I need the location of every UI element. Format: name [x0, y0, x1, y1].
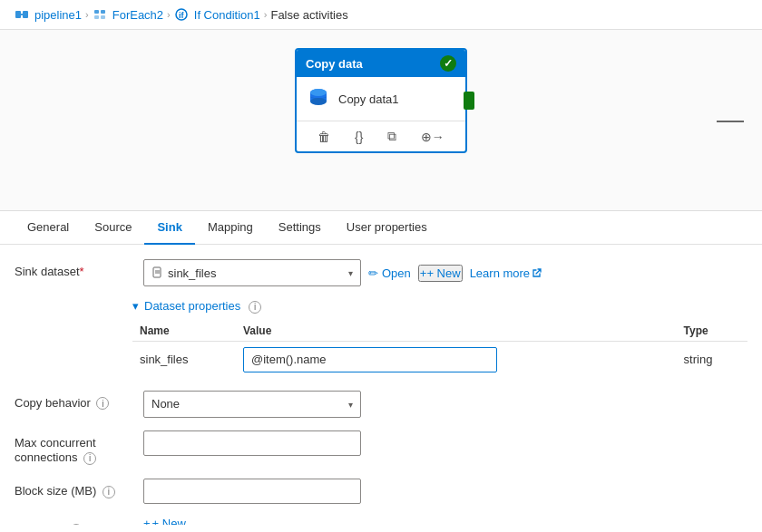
tab-mapping[interactable]: Mapping [195, 211, 266, 245]
metadata-add-button[interactable]: + + New [143, 517, 186, 525]
prop-type: string [677, 341, 747, 378]
metadata-plus-icon: + [143, 517, 151, 525]
col-value-header: Value [236, 321, 677, 342]
copy-card-actions: 🗑 {} ⧉ ⊕→ [297, 121, 465, 151]
copy-data-card[interactable]: Copy data ✓ Copy data1 🗑 {} ⧉ ⊕→ [295, 48, 467, 153]
block-size-input[interactable] [143, 479, 361, 504]
metadata-info-icon[interactable]: i [70, 524, 83, 525]
metadata-label: Metadata i [15, 517, 132, 525]
sink-content: Sink dataset* sink_files ▾ ✏ Open + + Ne… [0, 245, 762, 525]
svg-rect-0 [15, 11, 21, 18]
copy-behavior-row: Copy behavior i None PreserveHierarchy F… [15, 391, 747, 418]
tab-sink[interactable]: Sink [144, 211, 194, 245]
copy-behavior-label: Copy behavior i [15, 391, 132, 411]
tab-general[interactable]: General [15, 211, 82, 245]
sink-dataset-dropdown[interactable]: sink_files [168, 266, 353, 280]
file-icon [151, 266, 164, 279]
svg-rect-1 [23, 11, 28, 18]
dataset-props-label: Dataset properties [144, 299, 240, 313]
ifcondition-icon: if [174, 7, 189, 22]
tabs-bar: General Source Sink Mapping Settings Use… [0, 211, 762, 245]
breadcrumb: pipeline1 › ForEach2 › if If Condition1 … [0, 0, 762, 30]
breadcrumb-false-activities: False activities [270, 8, 347, 22]
sink-dataset-label: Sink dataset* [15, 259, 132, 278]
open-button[interactable]: ✏ Open [368, 266, 411, 280]
card-port [464, 92, 474, 110]
max-connections-label: Max concurrent connections i [15, 430, 132, 467]
pencil-icon: ✏ [368, 266, 378, 280]
tab-source[interactable]: Source [82, 211, 144, 245]
chevron-down-icon: ▾ [132, 299, 139, 313]
prop-name: sink_files [132, 341, 236, 378]
max-connections-input[interactable] [143, 430, 361, 456]
svg-point-12 [310, 89, 327, 96]
dataset-properties-section: ▾ Dataset properties i Name Value Type s… [132, 299, 747, 378]
breadcrumb-foreach[interactable]: ForEach2 [112, 8, 163, 22]
divider-line [717, 121, 744, 122]
table-row: sink_files string [132, 341, 747, 378]
breadcrumb-ifcondition[interactable]: If Condition1 [194, 8, 260, 22]
tab-user-properties[interactable]: User properties [334, 211, 440, 245]
new-button[interactable]: + + New [418, 265, 463, 282]
svg-rect-5 [94, 15, 99, 19]
code-button[interactable]: {} [351, 128, 366, 146]
svg-rect-4 [101, 10, 105, 14]
svg-rect-6 [101, 15, 105, 19]
copy-card-body: Copy data1 [297, 77, 465, 121]
pipeline-canvas: Copy data ✓ Copy data1 🗑 {} ⧉ ⊕→ [0, 30, 762, 211]
prop-value-input[interactable] [243, 347, 497, 372]
sink-dataset-row: Sink dataset* sink_files ▾ ✏ Open + + Ne… [15, 259, 747, 286]
svg-text:if: if [179, 11, 185, 20]
block-size-label: Block size (MB) i [15, 479, 132, 498]
pipeline-icon [15, 7, 29, 22]
dataset-props-toggle[interactable]: ▾ Dataset properties i [132, 299, 747, 314]
block-size-row: Block size (MB) i [15, 479, 747, 504]
plus-icon: + [420, 266, 427, 280]
max-connections-row: Max concurrent connections i [15, 430, 747, 467]
foreach-icon [93, 7, 107, 22]
database-icon [306, 86, 331, 111]
svg-rect-3 [94, 10, 99, 14]
copy-behavior-dropdown[interactable]: None PreserveHierarchy FlattenHierarchy … [151, 397, 353, 411]
copy-behavior-info-icon[interactable]: i [96, 397, 109, 410]
dataset-props-info-icon[interactable]: i [249, 301, 261, 314]
sink-dataset-select[interactable]: sink_files ▾ [143, 259, 361, 286]
col-type-header: Type [677, 321, 747, 342]
check-icon: ✓ [440, 55, 456, 72]
copy-card-title: Copy data [306, 57, 363, 71]
copy-behavior-select[interactable]: None PreserveHierarchy FlattenHierarchy … [143, 391, 361, 418]
delete-button[interactable]: 🗑 [314, 128, 334, 146]
prop-value-cell[interactable] [236, 341, 677, 378]
tab-settings[interactable]: Settings [266, 211, 334, 245]
redirect-button[interactable]: ⊕→ [417, 128, 448, 146]
col-name-header: Name [132, 321, 236, 342]
breadcrumb-pipeline[interactable]: pipeline1 [34, 8, 82, 22]
block-size-info-icon[interactable]: i [103, 486, 115, 498]
metadata-row: Metadata i + + New [15, 517, 747, 525]
copy-card-name: Copy data1 [338, 92, 399, 106]
sink-dataset-controls: sink_files ▾ ✏ Open + + New Learn more [143, 259, 747, 286]
max-connections-info-icon[interactable]: i [83, 452, 96, 465]
dataset-props-table: Name Value Type sink_files string [132, 321, 747, 378]
copy-button[interactable]: ⧉ [384, 127, 400, 146]
external-link-icon [532, 267, 542, 278]
copy-card-header: Copy data ✓ [297, 50, 465, 77]
learn-more-link[interactable]: Learn more [470, 266, 542, 280]
